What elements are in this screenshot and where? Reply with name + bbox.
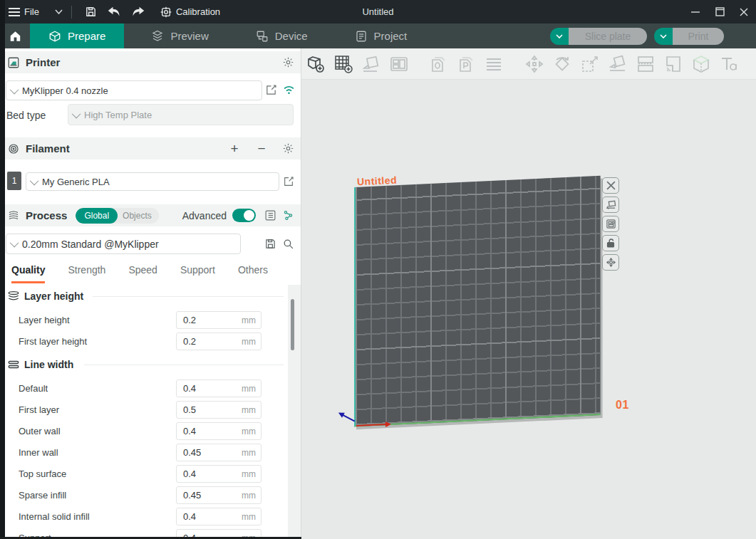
- edit-printer-icon[interactable]: [265, 84, 277, 96]
- unit-label: mm: [242, 405, 261, 415]
- calibration-menu[interactable]: Calibration: [160, 6, 220, 18]
- print-button[interactable]: Print: [673, 28, 724, 45]
- add-filament-plus-icon[interactable]: +: [227, 141, 242, 157]
- plate-layout-button[interactable]: [602, 216, 619, 232]
- maximize-button[interactable]: [708, 0, 732, 23]
- process-preset-select[interactable]: 0.20mm Standard @MyKlipper: [6, 234, 241, 254]
- line-width-section-icon: [7, 360, 20, 370]
- slice-plate-split-button: Slice plate: [550, 28, 647, 45]
- plate-settings-gear-button[interactable]: [602, 254, 619, 271]
- copy-button[interactable]: [428, 53, 448, 75]
- advanced-label: Advanced: [182, 210, 227, 221]
- printer-preset-select[interactable]: MyKlipper 0.4 nozzle: [6, 80, 262, 100]
- save-preset-icon[interactable]: [264, 238, 276, 250]
- auto-orient-button[interactable]: [361, 53, 381, 75]
- filament-settings-gear-icon[interactable]: [282, 142, 294, 155]
- unit-label: mm: [242, 469, 261, 479]
- bed-type-select[interactable]: High Temp Plate: [68, 104, 294, 125]
- lock-plate-button[interactable]: [602, 235, 619, 251]
- tab-strength[interactable]: Strength: [68, 264, 105, 283]
- panel-scrollbar-thumb[interactable]: [291, 299, 294, 350]
- printer-settings-gear-icon[interactable]: [282, 56, 294, 68]
- chevron-down-icon: [10, 239, 19, 248]
- search-icon[interactable]: [282, 238, 294, 250]
- file-menu[interactable]: File: [9, 6, 39, 17]
- text-tool-button[interactable]: [719, 53, 739, 75]
- tab-project[interactable]: Project: [336, 23, 426, 48]
- first-layer-line-width-input[interactable]: [177, 404, 232, 415]
- arrange-plate-button[interactable]: [602, 197, 619, 213]
- remove-filament-minus-icon[interactable]: −: [254, 141, 269, 157]
- build-plate[interactable]: [354, 176, 601, 427]
- process-tab-bar: Quality Strength Speed Support Others: [11, 264, 268, 283]
- slice-plate-button[interactable]: Slice plate: [569, 28, 647, 45]
- process-icon: [7, 209, 20, 222]
- scope-toggle[interactable]: Global Objects: [76, 208, 158, 224]
- printer-section-title: Printer: [26, 56, 60, 68]
- outer-wall-line-width-input[interactable]: [177, 426, 232, 436]
- rotate-button[interactable]: [552, 53, 572, 75]
- sparse-infill-line-width-input[interactable]: [177, 490, 232, 501]
- outer-wall-line-width-input-box: mm: [176, 422, 262, 440]
- internal-solid-infill-line-width-input-box: mm: [176, 508, 262, 525]
- variable-layer-height-button[interactable]: [484, 53, 504, 75]
- first-layer-height-input[interactable]: [177, 336, 232, 347]
- tab-others[interactable]: Others: [238, 264, 268, 283]
- filament-preset-select[interactable]: My Generic PLA: [26, 172, 279, 191]
- menu-chevron-down-icon[interactable]: [55, 9, 63, 14]
- tab-device[interactable]: Device: [237, 23, 326, 48]
- top-surface-line-width-input[interactable]: [177, 469, 232, 479]
- minimize-button[interactable]: [683, 0, 708, 23]
- scope-objects-option[interactable]: Objects: [118, 208, 159, 224]
- slice-plate-dropdown[interactable]: [550, 28, 569, 45]
- scope-global-option[interactable]: Global: [76, 208, 118, 224]
- fill-color-button[interactable]: [663, 53, 683, 75]
- setting-label: Top surface: [19, 469, 66, 479]
- cut-button[interactable]: [636, 53, 656, 75]
- close-button[interactable]: [732, 0, 756, 23]
- default-line-width-input-box: mm: [176, 380, 262, 397]
- advanced-toggle[interactable]: [232, 209, 256, 222]
- unit-label: mm: [242, 315, 261, 325]
- move-button[interactable]: [524, 53, 544, 75]
- setting-list-icon[interactable]: [264, 209, 276, 221]
- scale-button[interactable]: [580, 53, 600, 75]
- arrange-button[interactable]: [389, 53, 409, 75]
- undo-button[interactable]: [102, 0, 126, 23]
- filament-preset-value: My Generic PLA: [42, 177, 110, 187]
- tab-quality[interactable]: Quality: [11, 264, 45, 283]
- layer-height-input[interactable]: [177, 315, 232, 325]
- filament-index-badge: 1: [7, 172, 21, 190]
- inner-wall-line-width-input[interactable]: [177, 447, 232, 458]
- save-button[interactable]: [81, 0, 102, 23]
- wifi-connection-icon[interactable]: [282, 84, 296, 95]
- layer-height-input-box: mm: [176, 311, 262, 329]
- panel-scrollbar-track[interactable]: [288, 285, 301, 537]
- lay-flat-button[interactable]: [608, 53, 628, 75]
- side-panel: Printer MyKlipper 0.4 nozzle Bed type Hi…: [0, 48, 301, 539]
- default-line-width-input[interactable]: [177, 383, 232, 394]
- process-section-header: Process Global Objects Advanced: [0, 204, 301, 226]
- add-plate-button[interactable]: [333, 53, 353, 75]
- assembly-view-button[interactable]: [691, 53, 711, 75]
- viewport-toolbar: [301, 48, 756, 80]
- paste-button[interactable]: [456, 53, 476, 75]
- edit-filament-icon[interactable]: [283, 176, 294, 187]
- calibration-label: Calibration: [176, 6, 220, 17]
- delete-plate-button[interactable]: [602, 177, 619, 194]
- unit-label: mm: [242, 512, 261, 522]
- unit-label: mm: [242, 427, 261, 436]
- internal-solid-infill-line-width-input[interactable]: [177, 511, 232, 522]
- redo-button[interactable]: [126, 0, 150, 23]
- filament-section-title: Filament: [26, 142, 70, 155]
- tab-preview[interactable]: Preview: [133, 23, 227, 48]
- tab-support[interactable]: Support: [180, 264, 215, 283]
- home-icon: [9, 30, 22, 43]
- print-dropdown[interactable]: [654, 28, 673, 45]
- add-object-button[interactable]: [306, 53, 326, 75]
- printer-section-header: Printer: [0, 51, 301, 73]
- compare-presets-icon[interactable]: [282, 209, 294, 221]
- tab-speed[interactable]: Speed: [128, 264, 157, 283]
- printer-preset-value: MyKlipper 0.4 nozzle: [22, 85, 108, 96]
- tab-prepare[interactable]: Prepare: [30, 23, 124, 48]
